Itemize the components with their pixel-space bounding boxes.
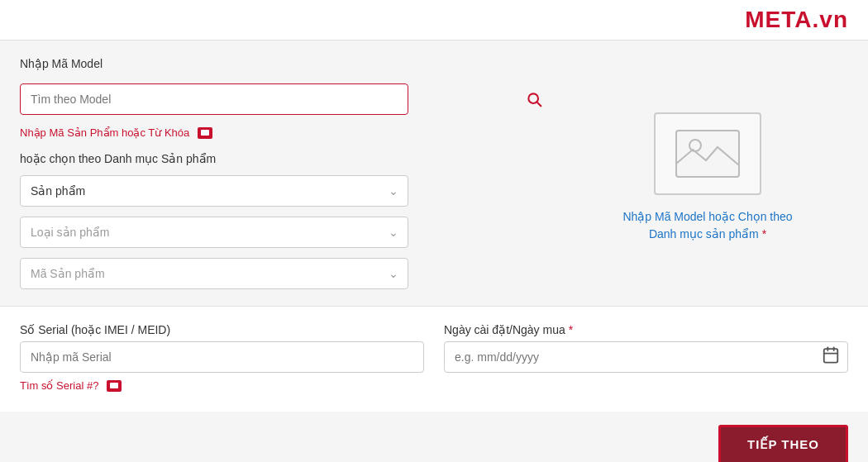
date-input[interactable] [444,341,848,373]
serial-group: Số Serial (hoặc IMEI / MEID) Tìm số Seri… [20,323,424,392]
hint-line2: Danh mục sản phẩm [649,227,759,241]
product-select[interactable]: Mã Sản phẩm [20,258,408,289]
left-panel: Nhập Mã Model Nhập Mã Sản Phẩm hoặc Từ K… [20,57,551,289]
category-select[interactable]: Sản phẩm [20,175,408,207]
serial-link-row: Tìm số Serial #? [20,379,424,392]
date-label: Ngày cài đặt/Ngày mua * [444,323,848,336]
required-star: * [762,227,766,241]
serial-link[interactable]: Tìm số Serial #? [20,379,98,392]
date-required-star: * [569,323,573,336]
page-wrapper: META.vn Nhập Mã Model Nhập Mã Sản Phẩm h… [0,0,868,462]
search-button[interactable] [526,91,542,107]
bottom-section: Số Serial (hoặc IMEI / MEID) Tìm số Seri… [0,306,868,412]
type-select-wrapper: Loại sản phẩm ⌄ [20,217,408,248]
serial-external-icon [107,380,122,392]
model-hint: Nhập Mã Model hoặc Chọn theo Danh mục sả… [622,208,792,243]
search-icon [526,91,542,107]
or-label: hoặc chọn theo Danh mục Sản phẩm [20,152,551,165]
placeholder-image-icon [675,129,741,179]
external-link-icon [198,127,212,139]
link-row: Nhập Mã Sản Phẩm hoặc Từ Khóa [20,126,551,139]
svg-point-0 [528,93,538,103]
search-box-wrapper [20,83,551,115]
serial-input[interactable] [20,341,424,373]
bottom-row: Số Serial (hoặc IMEI / MEID) Tìm số Seri… [20,323,848,392]
next-button[interactable]: TIẾP THEO [718,425,848,462]
product-select-wrapper: Mã Sản phẩm ⌄ [20,258,408,289]
right-panel: Nhập Mã Model hoặc Chọn theo Danh mục sả… [567,57,848,289]
product-link[interactable]: Nhập Mã Sản Phẩm hoặc Từ Khóa [20,126,189,139]
product-image-placeholder [654,112,761,195]
hint-line1: Nhập Mã Model hoặc Chọn theo [622,210,792,223]
model-label: Nhập Mã Model [20,57,551,70]
search-input[interactable] [20,83,408,115]
logo: META.vn [745,7,848,33]
date-group: Ngày cài đặt/Ngày mua * [444,323,848,373]
main-content: Nhập Mã Model Nhập Mã Sản Phẩm hoặc Từ K… [0,40,868,306]
type-select[interactable]: Loại sản phẩm [20,217,408,248]
header: META.vn [0,0,868,40]
category-select-wrapper: Sản phẩm ⌄ [20,175,408,207]
date-input-wrapper [444,341,848,373]
serial-label: Số Serial (hoặc IMEI / MEID) [20,323,424,336]
svg-rect-2 [676,131,739,177]
footer-bar: TIẾP THEO [0,412,868,462]
svg-line-1 [537,102,541,106]
